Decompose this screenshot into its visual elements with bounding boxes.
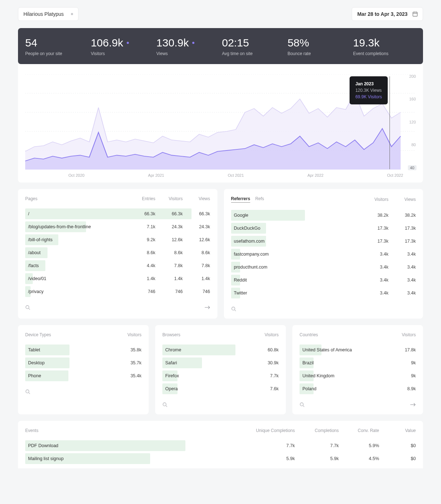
table-row[interactable]: United States of America 17.8k bbox=[300, 345, 416, 355]
table-row[interactable]: /privacy 746746746 bbox=[25, 286, 210, 297]
table-row[interactable]: /blog/updates-from-the-frontline 7.1k24.… bbox=[25, 221, 210, 232]
chart-x-axis: Oct 2020Apr 2021Oct 2021Apr 2022Oct 2022 bbox=[25, 170, 416, 177]
metrics-bar: 54 People on your site 106.9k Visitors 1… bbox=[18, 28, 423, 64]
table-row[interactable]: Opera 7.6k bbox=[162, 383, 279, 394]
table-row[interactable]: Mailing list signup 5.9k5.9k4.5%$0 bbox=[25, 453, 416, 464]
tooltip-date: Jan 2023 bbox=[355, 81, 382, 87]
row-value: 8.9k bbox=[400, 386, 416, 391]
row-value: 30.9k bbox=[263, 360, 279, 365]
table-row[interactable]: Safari 30.9k bbox=[162, 357, 279, 368]
table-row[interactable]: /about 8.6k8.6k8.6k bbox=[25, 247, 210, 258]
table-row[interactable]: Tablet 35.8k bbox=[25, 345, 141, 355]
table-row[interactable]: Poland 8.9k bbox=[300, 383, 416, 394]
row-value: 17.3k bbox=[400, 226, 416, 231]
row-value: 9.2k bbox=[140, 237, 156, 242]
site-selector[interactable]: Hilarious Platypus bbox=[18, 7, 78, 21]
table-row[interactable]: Phone 35.4k bbox=[25, 370, 141, 381]
row-value: 9k bbox=[400, 373, 416, 378]
row-value: $0 bbox=[383, 443, 416, 448]
metric-label: Avg time on site bbox=[222, 51, 285, 56]
chart-tooltip: Jan 2023 120.3K Views 69.9K Visitors bbox=[350, 76, 388, 104]
table-row[interactable]: Chrome 60.8k bbox=[162, 345, 279, 355]
row-label: / bbox=[25, 211, 140, 216]
row-label: Poland bbox=[300, 386, 400, 391]
table-row[interactable]: Firefox 7.7k bbox=[162, 370, 279, 381]
traffic-chart-card: 2001601208040 Jan 2023 120.3K Views 69.9… bbox=[18, 64, 423, 183]
search-icon[interactable] bbox=[162, 402, 167, 407]
metric[interactable]: 130.9k Views bbox=[156, 37, 219, 56]
row-value: 9k bbox=[400, 360, 416, 365]
row-label: Desktop bbox=[25, 360, 126, 365]
column-header: Entries bbox=[140, 196, 156, 201]
table-row[interactable]: / 66.3k66.3k66.3k bbox=[25, 208, 210, 219]
row-value: 12.6k bbox=[167, 237, 183, 242]
table-row[interactable]: Desktop 35.7k bbox=[25, 357, 141, 368]
search-icon[interactable] bbox=[25, 389, 30, 394]
row-value: 5.9% bbox=[343, 443, 379, 448]
row-value: 7.7k bbox=[299, 443, 339, 448]
row-value: 8.6k bbox=[194, 250, 210, 255]
chart-cursor-line bbox=[390, 76, 390, 169]
arrow-right-icon[interactable] bbox=[410, 402, 416, 407]
table-row[interactable]: fastcompany.com 3.4k3.4k bbox=[231, 249, 416, 260]
metric-label: Event completions bbox=[353, 51, 416, 56]
table-row[interactable]: Reddit 3.4k3.4k bbox=[231, 275, 416, 285]
row-value: 35.8k bbox=[126, 347, 141, 352]
table-row[interactable]: Brazil 9k bbox=[300, 357, 416, 368]
x-tick: Oct 2021 bbox=[228, 173, 244, 177]
metric[interactable]: 19.3k Event completions bbox=[353, 37, 416, 56]
table-row[interactable]: Twitter 3.4k3.4k bbox=[231, 288, 416, 298]
metric[interactable]: 106.9k Visitors bbox=[91, 37, 153, 56]
row-value: 17.8k bbox=[400, 347, 416, 352]
metric[interactable]: 02:15 Avg time on site bbox=[222, 37, 285, 56]
table-row[interactable]: /video/01 1.4k1.4k1.4k bbox=[25, 273, 210, 284]
arrow-right-icon[interactable] bbox=[204, 305, 210, 310]
table-row[interactable]: Google 38.2k38.2k bbox=[231, 210, 416, 221]
search-icon[interactable] bbox=[25, 305, 30, 310]
table-row[interactable]: /bill-of-rights 9.2k12.6k12.6k bbox=[25, 234, 210, 245]
table-row[interactable]: producthunt.com 3.4k3.4k bbox=[231, 262, 416, 273]
column-header: Visitors bbox=[373, 197, 388, 202]
row-value: 24.3k bbox=[194, 224, 210, 229]
metric-value: 130.9k bbox=[156, 37, 219, 49]
y-tick: 160 bbox=[409, 97, 416, 101]
metric-value: 19.3k bbox=[353, 37, 416, 49]
row-label: Phone bbox=[25, 373, 126, 378]
metric[interactable]: 54 People on your site bbox=[25, 37, 88, 56]
metric[interactable]: 58% Bounce rate bbox=[288, 37, 350, 56]
row-value: 7.8k bbox=[167, 263, 183, 268]
row-value: 5.9k bbox=[299, 456, 339, 461]
search-icon[interactable] bbox=[231, 306, 236, 311]
row-label: United Kingdom bbox=[300, 373, 400, 378]
table-row[interactable]: /facts 4.4k7.8k7.8k bbox=[25, 260, 210, 271]
metric-value: 54 bbox=[25, 37, 88, 49]
row-value: 8.6k bbox=[167, 250, 183, 255]
search-icon[interactable] bbox=[300, 402, 305, 407]
row-value: 1.4k bbox=[194, 276, 210, 281]
y-tick: 80 bbox=[411, 143, 416, 147]
row-value: 17.3k bbox=[400, 239, 416, 244]
tooltip-views: 120.3K Views bbox=[355, 87, 382, 94]
row-value: 3.4k bbox=[400, 252, 416, 257]
row-label: Brazil bbox=[300, 360, 400, 365]
row-value: 66.3k bbox=[167, 211, 183, 216]
table-row[interactable]: DuckDuckGo 17.3k17.3k bbox=[231, 223, 416, 234]
table-row[interactable]: usefathom.com 17.3k17.3k bbox=[231, 236, 416, 247]
row-value: 12.6k bbox=[194, 237, 210, 242]
row-value: 66.3k bbox=[194, 211, 210, 216]
y-tick: 40 bbox=[408, 165, 417, 170]
row-value: 3.4k bbox=[373, 265, 388, 270]
row-label: /facts bbox=[25, 263, 140, 268]
topbar: Hilarious Platypus Mar 28 to Apr 3, 2023 bbox=[18, 7, 423, 21]
row-value: 746 bbox=[167, 289, 183, 294]
tab-refs[interactable]: Refs bbox=[255, 196, 264, 203]
row-value: 3.4k bbox=[400, 278, 416, 283]
svg-line-19 bbox=[303, 406, 305, 407]
row-label: Firefox bbox=[162, 373, 263, 378]
table-row[interactable]: United Kingdom 9k bbox=[300, 370, 416, 381]
row-label: /blog/updates-from-the-frontline bbox=[25, 224, 140, 229]
tab-referrers[interactable]: Referrers bbox=[231, 196, 250, 203]
svg-point-14 bbox=[26, 390, 29, 393]
table-row[interactable]: PDF Download 7.7k7.7k5.9%$0 bbox=[25, 440, 416, 451]
date-range-picker[interactable]: Mar 28 to Apr 3, 2023 bbox=[352, 7, 423, 21]
